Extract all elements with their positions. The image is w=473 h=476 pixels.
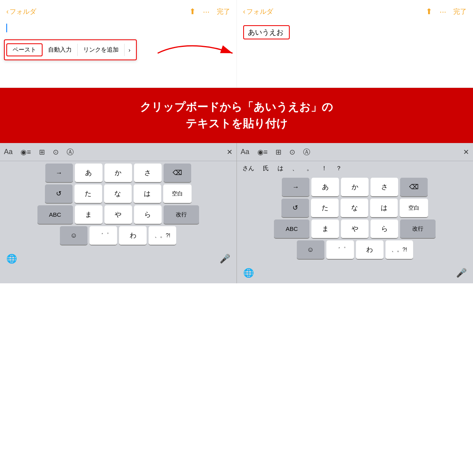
- left-keyboard: Aa ◉≡ ⊞ ⊙ Ⓐ ✕ → あ か さ ⌫ ↺ た な は 空白: [0, 143, 237, 283]
- right-key-arrow[interactable]: →: [282, 178, 309, 197]
- right-kb-table-icon[interactable]: ⊞: [276, 148, 281, 156]
- right-kb-close-icon[interactable]: ✕: [463, 148, 469, 156]
- suggestion-period[interactable]: 。: [305, 164, 314, 173]
- context-menu: ペースト 自動入力 リンクを追加 ›: [4, 39, 137, 60]
- left-key-ra[interactable]: ら: [134, 205, 162, 224]
- left-nav-actions: ⬆ ··· 完了: [189, 7, 230, 16]
- left-key-enter[interactable]: 改行: [164, 205, 199, 224]
- context-menu-more-icon[interactable]: ›: [125, 44, 134, 56]
- right-kb-bottom-bar: 🌐 🎤: [237, 263, 473, 283]
- context-menu-addlink[interactable]: リンクを追加: [78, 44, 125, 56]
- right-key-abc[interactable]: ABC: [274, 219, 309, 238]
- right-done-button[interactable]: 完了: [453, 7, 467, 16]
- right-key-a[interactable]: あ: [311, 178, 339, 197]
- right-kb-keys: → あ か さ ⌫ ↺ た な は 空白 ABC ま や ら 改行: [237, 175, 473, 263]
- left-kb-scan-icon[interactable]: Ⓐ: [67, 147, 74, 157]
- left-key-punct[interactable]: 、。?!: [149, 226, 176, 245]
- right-note-content[interactable]: あいうえお: [237, 20, 473, 56]
- right-key-na[interactable]: な: [341, 199, 368, 218]
- left-kb-bottom-bar: 🌐 🎤: [0, 249, 236, 269]
- right-key-emoji[interactable]: ☺: [297, 240, 324, 259]
- left-key-backspace[interactable]: ⌫: [164, 164, 191, 182]
- right-kb-suggestions: さん 氏 は 、 。 ！ ？: [237, 161, 473, 175]
- right-key-sa[interactable]: さ: [371, 178, 398, 197]
- left-key-arrow[interactable]: →: [45, 164, 73, 182]
- right-kb-list-icon[interactable]: ◉≡: [257, 148, 268, 156]
- suggestion-comma[interactable]: 、: [291, 164, 300, 173]
- right-nav-actions: ⬆ ··· 完了: [426, 7, 467, 16]
- context-menu-paste[interactable]: ペースト: [6, 43, 43, 56]
- right-key-enter[interactable]: 改行: [400, 219, 436, 238]
- left-kb-toolbar: Aa ◉≡ ⊞ ⊙ Ⓐ ✕: [0, 143, 236, 161]
- left-kb-list-icon[interactable]: ◉≡: [20, 148, 31, 156]
- aiueo-text-box: あいうえお: [243, 25, 290, 39]
- right-key-ha[interactable]: は: [370, 199, 398, 218]
- right-back-button[interactable]: ‹ フォルダ: [243, 7, 273, 16]
- right-key-ka[interactable]: か: [341, 178, 369, 197]
- suggestion-question[interactable]: ？: [334, 164, 343, 173]
- right-key-ta[interactable]: た: [311, 199, 339, 218]
- right-key-ma[interactable]: ま: [311, 219, 339, 238]
- right-more-icon[interactable]: ···: [439, 7, 446, 16]
- right-kb-globe-icon[interactable]: 🌐: [243, 268, 254, 278]
- right-key-undo[interactable]: ↺: [281, 199, 309, 218]
- right-kb-toolbar: Aa ◉≡ ⊞ ⊙ Ⓐ ✕: [237, 143, 473, 161]
- left-key-sa[interactable]: さ: [134, 164, 162, 182]
- left-kb-font-icon[interactable]: Aa: [4, 148, 13, 156]
- top-section: ‹ フォルダ ⬆ ··· 完了 ペースト 自動入力 リンクを追加 ›: [0, 0, 473, 88]
- right-kb-scan-icon[interactable]: Ⓐ: [303, 147, 310, 157]
- left-kb-keys: → あ か さ ⌫ ↺ た な は 空白 ABC ま や ら 改行: [0, 161, 236, 249]
- left-more-icon[interactable]: ···: [203, 7, 210, 16]
- left-key-a[interactable]: あ: [75, 164, 102, 182]
- right-kb-camera-icon[interactable]: ⊙: [289, 148, 295, 156]
- right-nav-bar: ‹ フォルダ ⬆ ··· 完了: [237, 0, 473, 20]
- left-back-button[interactable]: ‹ フォルダ: [6, 7, 36, 16]
- right-key-ra[interactable]: ら: [371, 219, 398, 238]
- left-key-na[interactable]: な: [104, 184, 132, 203]
- explanation-text: クリップボードから「あいうえお」のテキストを貼り付け: [140, 101, 333, 130]
- left-key-undo[interactable]: ↺: [45, 184, 73, 203]
- left-key-space[interactable]: 空白: [163, 184, 192, 203]
- left-share-icon[interactable]: ⬆: [189, 7, 196, 16]
- left-kb-globe-icon[interactable]: 🌐: [6, 254, 17, 264]
- right-key-dakuten[interactable]: ゛゜: [326, 240, 354, 259]
- right-kb-row-2: ↺ た な は 空白: [238, 199, 472, 218]
- left-kb-row-4: ☺ ゛゜ わ 、。?!: [1, 226, 235, 245]
- right-key-punct[interactable]: 、。?!: [385, 240, 413, 259]
- suggestion-exclaim[interactable]: ！: [320, 164, 329, 173]
- left-key-emoji[interactable]: ☺: [60, 226, 88, 245]
- left-key-ha[interactable]: は: [134, 184, 161, 203]
- left-key-ka[interactable]: か: [104, 164, 132, 182]
- right-key-backspace[interactable]: ⌫: [400, 178, 428, 197]
- left-nav-bar: ‹ フォルダ ⬆ ··· 完了: [0, 0, 236, 20]
- suggestion-san[interactable]: さん: [241, 164, 256, 173]
- context-menu-autofill[interactable]: 自動入力: [43, 44, 78, 56]
- left-key-wa[interactable]: わ: [119, 226, 147, 245]
- right-keyboard: Aa ◉≡ ⊞ ⊙ Ⓐ ✕ さん 氏 は 、 。 ！ ？ → あ か さ ⌫: [237, 143, 473, 283]
- left-done-button[interactable]: 完了: [217, 7, 230, 16]
- left-key-ya[interactable]: や: [104, 205, 132, 224]
- right-kb-font-icon[interactable]: Aa: [241, 148, 250, 156]
- right-key-wa[interactable]: わ: [356, 240, 384, 259]
- right-back-chevron-icon: ‹: [243, 7, 246, 16]
- left-key-dakuten[interactable]: ゛゜: [89, 226, 117, 245]
- explanation-banner: クリップボードから「あいうえお」のテキストを貼り付け: [0, 88, 473, 143]
- suggestion-shi[interactable]: 氏: [261, 164, 270, 173]
- left-kb-row-3: ABC ま や ら 改行: [1, 205, 235, 224]
- left-kb-close-icon[interactable]: ✕: [227, 148, 233, 156]
- left-kb-camera-icon[interactable]: ⊙: [53, 148, 59, 156]
- left-key-ta[interactable]: た: [74, 184, 102, 203]
- right-key-ya[interactable]: や: [341, 219, 369, 238]
- left-key-ma[interactable]: ま: [75, 205, 102, 224]
- left-phone-panel: ‹ フォルダ ⬆ ··· 完了 ペースト 自動入力 リンクを追加 ›: [0, 0, 237, 87]
- right-share-icon[interactable]: ⬆: [426, 7, 432, 16]
- right-kb-row-1: → あ か さ ⌫: [238, 178, 472, 197]
- left-kb-mic-icon[interactable]: 🎤: [220, 254, 230, 264]
- left-kb-table-icon[interactable]: ⊞: [39, 148, 45, 156]
- right-key-space[interactable]: 空白: [400, 199, 428, 218]
- right-kb-mic-icon[interactable]: 🎤: [456, 268, 467, 278]
- left-key-abc[interactable]: ABC: [37, 205, 73, 224]
- suggestion-ha[interactable]: は: [276, 164, 285, 173]
- left-back-chevron-icon: ‹: [6, 7, 9, 16]
- keyboard-section: Aa ◉≡ ⊞ ⊙ Ⓐ ✕ → あ か さ ⌫ ↺ た な は 空白: [0, 143, 473, 283]
